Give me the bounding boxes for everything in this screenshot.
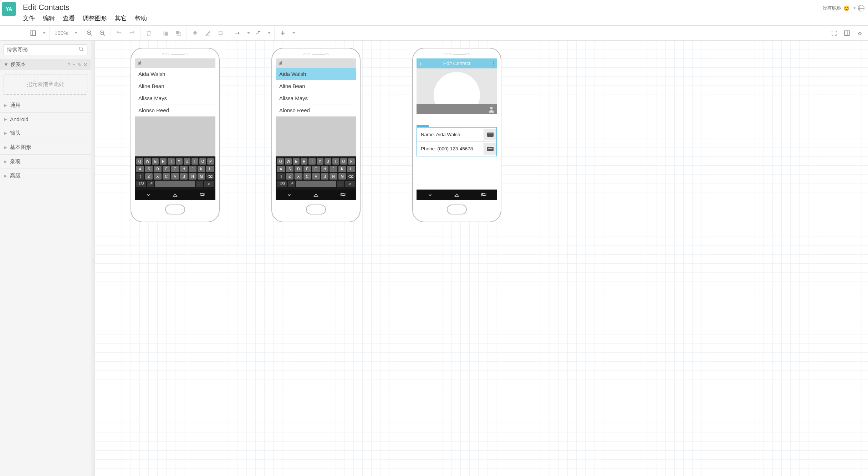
name-field-action[interactable]	[484, 129, 496, 140]
insert-button[interactable]	[278, 29, 287, 38]
keyboard-key[interactable]: X	[154, 173, 162, 180]
mic-key[interactable]: 🎤	[147, 181, 154, 187]
shift-key[interactable]: ⇧	[136, 173, 144, 180]
contact-list-item[interactable]: Alissa Mays	[276, 92, 356, 104]
category-item[interactable]: ▶高级	[0, 169, 91, 183]
phone-field-action[interactable]	[484, 143, 496, 155]
keyboard-key[interactable]: C	[163, 173, 170, 180]
keyboard-key[interactable]: Z	[145, 173, 153, 180]
keyboard-key[interactable]: U	[325, 158, 331, 165]
fill-color-button[interactable]	[190, 29, 200, 38]
insert-caret[interactable]	[292, 32, 295, 34]
keyboard-key[interactable]: K	[338, 166, 346, 172]
keyboard-key[interactable]: F	[303, 166, 311, 172]
keyboard-key[interactable]: R	[301, 158, 307, 165]
contact-list-item[interactable]: Alonso Reed	[135, 104, 215, 117]
shape-search-input[interactable]	[7, 47, 78, 53]
scratchpad-header[interactable]: ▼ 便笺本 ? + ✎ ✕	[0, 59, 91, 70]
keyboard-key[interactable]: Q	[136, 158, 143, 165]
keyboard-key[interactable]: Z	[286, 173, 294, 180]
collapse-button[interactable]	[855, 29, 864, 38]
format-panel-button[interactable]	[842, 29, 852, 38]
space-key[interactable]	[296, 181, 336, 187]
keyboard-key[interactable]: J	[189, 166, 196, 172]
keyboard-key[interactable]: N	[330, 173, 337, 180]
keyboard-key[interactable]: W	[144, 158, 151, 165]
name-field-row[interactable]: Name: Aida Walsh	[417, 128, 496, 142]
zoom-out-button[interactable]	[98, 29, 107, 38]
category-item[interactable]: ▶Android	[0, 113, 91, 126]
waypoint-button[interactable]	[254, 29, 263, 38]
globe-icon[interactable]	[858, 5, 864, 11]
keyboard-key[interactable]: V	[171, 173, 179, 180]
keyboard-key[interactable]: C	[303, 173, 311, 180]
keyboard-key[interactable]: O	[199, 158, 206, 165]
menu-file[interactable]: 文件	[23, 14, 35, 22]
document-title[interactable]: Edit Contacts	[23, 2, 147, 14]
category-item[interactable]: ▶杂项	[0, 155, 91, 169]
keyboard-key[interactable]: R	[160, 158, 167, 165]
keyboard-key[interactable]: F	[163, 166, 170, 172]
scratchpad-edit[interactable]: ✎	[77, 62, 81, 67]
zoom-level[interactable]: 100%	[53, 30, 70, 36]
keyboard-key[interactable]: L	[347, 166, 355, 172]
keyboard-key[interactable]: E	[152, 158, 159, 165]
keyboard-key[interactable]: A	[277, 166, 285, 172]
keyboard-key[interactable]: S	[286, 166, 294, 172]
contact-list-item[interactable]: Aline Bean	[276, 80, 356, 92]
phone-mockup-3[interactable]: ‹ Edit Contact Name: Aida Walsh Phone:	[412, 48, 501, 222]
view-mode-button[interactable]	[29, 29, 38, 38]
num-key[interactable]: 123	[277, 181, 287, 187]
keyboard-key[interactable]: S	[145, 166, 153, 172]
keyboard-key[interactable]: K	[198, 166, 205, 172]
user-dropdown[interactable]	[853, 7, 856, 9]
keyboard-key[interactable]: D	[295, 166, 302, 172]
num-key[interactable]: 123	[136, 181, 146, 187]
keyboard-key[interactable]: B	[321, 173, 329, 180]
overflow-menu-icon[interactable]	[493, 61, 494, 66]
category-item[interactable]: ▶箭头	[0, 126, 91, 140]
keyboard-key[interactable]: G	[312, 166, 320, 172]
keyboard-key[interactable]: J	[330, 166, 337, 172]
shape-search[interactable]	[4, 44, 87, 55]
menu-extras[interactable]: 其它	[115, 14, 127, 22]
contact-list-item[interactable]: Aline Bean	[135, 80, 215, 92]
contact-list-item[interactable]: Aida Walsh	[276, 68, 356, 80]
scratchpad-dropzone[interactable]: 把元素拖至此处	[4, 74, 87, 95]
keyboard-key[interactable]: X	[295, 173, 302, 180]
keyboard-key[interactable]: T	[308, 158, 315, 165]
enter-key[interactable]: ↵	[345, 181, 355, 187]
contact-list-item[interactable]: Alonso Reed	[276, 104, 356, 117]
scratchpad-close[interactable]: ✕	[83, 62, 87, 67]
backspace-key[interactable]: ⌫	[206, 173, 214, 180]
sidebar-splitter[interactable]	[91, 41, 95, 476]
connection-button[interactable]	[233, 29, 242, 38]
connection-caret[interactable]	[247, 32, 250, 34]
period-key[interactable]: .	[337, 181, 344, 187]
category-item[interactable]: ▶基本图形	[0, 140, 91, 155]
zoom-caret[interactable]	[75, 32, 77, 34]
shift-key[interactable]: ⇧	[277, 173, 285, 180]
scratchpad-add[interactable]: +	[72, 62, 75, 67]
undo-button[interactable]	[114, 29, 124, 38]
keyboard-key[interactable]: T	[168, 158, 174, 165]
menu-help[interactable]: 帮助	[135, 14, 147, 22]
keyboard-key[interactable]: O	[340, 158, 347, 165]
space-key[interactable]	[155, 181, 195, 187]
phone-field-row[interactable]: Phone: (000) 123-45678	[417, 142, 496, 156]
keyboard-key[interactable]: D	[154, 166, 162, 172]
menu-edit[interactable]: 编辑	[43, 14, 55, 22]
keyboard-key[interactable]: P	[207, 158, 214, 165]
mic-key[interactable]: 🎤	[288, 181, 295, 187]
diagram-canvas[interactable]: al Aida WalshAline BeanAlissa MaysAlonso…	[95, 41, 868, 476]
shadow-button[interactable]	[216, 29, 225, 38]
phone-mockup-1[interactable]: al Aida WalshAline BeanAlissa MaysAlonso…	[131, 48, 220, 222]
fullscreen-button[interactable]	[829, 29, 839, 38]
delete-button[interactable]	[144, 29, 153, 38]
keyboard-key[interactable]: I	[332, 158, 339, 165]
category-item[interactable]: ▶通用	[0, 98, 91, 113]
keyboard-key[interactable]: U	[184, 158, 190, 165]
keyboard-key[interactable]: G	[171, 166, 179, 172]
backspace-key[interactable]: ⌫	[347, 173, 355, 180]
keyboard-key[interactable]: Q	[277, 158, 284, 165]
